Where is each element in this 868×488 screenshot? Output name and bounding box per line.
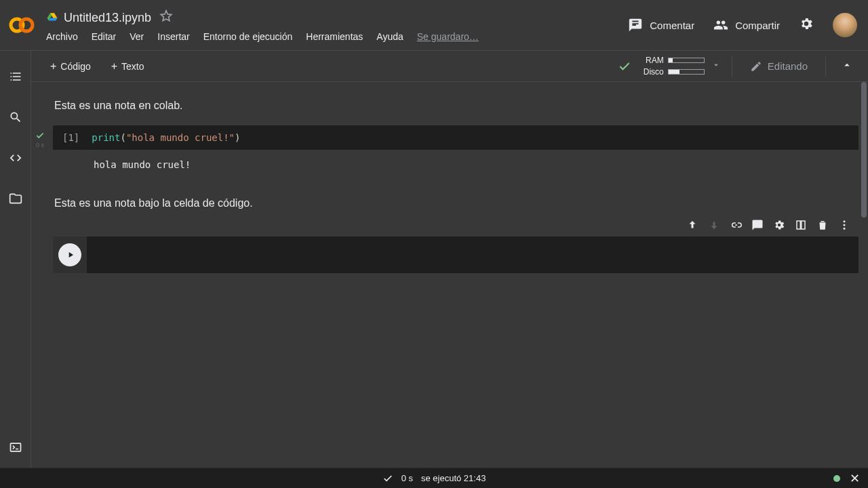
- svg-rect-2: [10, 443, 20, 451]
- active-code-editor[interactable]: [87, 237, 859, 273]
- status-bar: 0 s se ejecutó 21:43 ✕: [0, 468, 868, 488]
- title-area: Untitled13.ipynb Archivo Editar Ver Inse…: [46, 8, 628, 42]
- more-cell-button[interactable]: [838, 219, 850, 231]
- status-duration: 0 s: [401, 473, 413, 483]
- search-button[interactable]: [7, 109, 24, 125]
- resource-meters: RAM Disco: [638, 56, 705, 77]
- save-status[interactable]: Se guardaro…: [417, 31, 479, 42]
- left-sidebar: [0, 51, 31, 468]
- toc-button[interactable]: [7, 68, 24, 85]
- plus-icon: +: [111, 61, 117, 72]
- notebook-area[interactable]: Esta es una nota en colab. 0 s [1] print…: [31, 82, 868, 468]
- separator: [732, 56, 732, 77]
- add-code-button[interactable]: + Código: [45, 57, 96, 76]
- runtime-status[interactable]: RAM Disco: [618, 56, 721, 77]
- code-editor[interactable]: [1] print("hola mundo cruel!"): [53, 125, 859, 150]
- ram-label: RAM: [638, 56, 664, 65]
- scrollbar[interactable]: [861, 82, 867, 218]
- menu-runtime[interactable]: Entorno de ejecución: [203, 31, 293, 42]
- cell-toolbar: [681, 216, 856, 234]
- disk-meter: [668, 69, 705, 75]
- code-content: print("hola mundo cruel!"): [92, 132, 240, 143]
- move-down-button[interactable]: [708, 219, 720, 231]
- share-button[interactable]: Compartir: [713, 18, 780, 33]
- svg-point-5: [844, 228, 846, 230]
- mirror-cell-button[interactable]: [795, 219, 807, 231]
- svg-point-4: [844, 224, 846, 226]
- share-label: Compartir: [735, 20, 780, 31]
- menu-bar: Archivo Editar Ver Insertar Entorno de e…: [46, 27, 628, 42]
- delete-cell-button[interactable]: [816, 219, 829, 231]
- settings-button[interactable]: [799, 16, 814, 34]
- comment-button[interactable]: Comentar: [628, 18, 694, 33]
- text-cell[interactable]: Esta es una nota en colab.: [41, 82, 859, 125]
- connection-indicator: [833, 475, 840, 482]
- run-button-area: [53, 237, 87, 273]
- header-actions: Comentar Compartir: [628, 13, 857, 37]
- code-output: hola mundo cruel!: [53, 150, 859, 176]
- editing-mode-button[interactable]: Editando: [743, 60, 814, 73]
- editing-label: Editando: [768, 60, 808, 72]
- toolbar: + Código + Texto RAM Disco: [0, 51, 868, 82]
- code-cell[interactable]: 0 s [1] print("hola mundo cruel!") hola …: [41, 125, 859, 176]
- drive-icon: [46, 12, 58, 24]
- disk-label: Disco: [638, 67, 664, 77]
- snippets-button[interactable]: [7, 150, 24, 166]
- ram-meter: [668, 58, 705, 63]
- caret-down-icon[interactable]: [711, 60, 721, 73]
- menu-insert[interactable]: Insertar: [157, 31, 189, 42]
- move-up-button[interactable]: [686, 219, 698, 231]
- run-button[interactable]: [58, 243, 81, 266]
- terminal-button[interactable]: [7, 439, 24, 455]
- separator: [825, 56, 826, 77]
- add-text-button[interactable]: + Texto: [106, 57, 150, 76]
- text-cell-content: Esta es una nota bajo la celda de código…: [54, 197, 253, 209]
- user-avatar[interactable]: [833, 13, 857, 37]
- star-button[interactable]: [157, 7, 176, 28]
- output-text: hola mundo cruel!: [94, 159, 191, 170]
- execution-count: [1]: [62, 132, 79, 143]
- code-gutter: 0 s: [35, 131, 45, 148]
- files-button[interactable]: [7, 190, 24, 207]
- status-executed: se ejecutó 21:43: [421, 473, 486, 483]
- colab-logo[interactable]: [8, 12, 35, 39]
- exec-timing: 0 s: [36, 142, 44, 148]
- menu-file[interactable]: Archivo: [46, 31, 78, 42]
- collapse-button[interactable]: [837, 55, 857, 78]
- comment-label: Comentar: [650, 20, 694, 31]
- menu-view[interactable]: Ver: [130, 31, 144, 42]
- menu-tools[interactable]: Herramientas: [306, 31, 363, 42]
- add-code-label: Código: [60, 61, 90, 72]
- close-status-button[interactable]: ✕: [850, 472, 860, 485]
- svg-point-3: [844, 220, 846, 222]
- notebook-filename[interactable]: Untitled13.ipynb: [64, 11, 151, 25]
- header: Untitled13.ipynb Archivo Editar Ver Inse…: [0, 0, 868, 51]
- text-cell-content: Esta es una nota en colab.: [54, 100, 182, 111]
- menu-help[interactable]: Ayuda: [376, 31, 403, 42]
- menu-edit[interactable]: Editar: [92, 31, 117, 42]
- plus-icon: +: [50, 61, 56, 72]
- add-text-label: Texto: [121, 61, 144, 72]
- active-code-cell[interactable]: [53, 237, 859, 273]
- link-button[interactable]: [730, 219, 742, 231]
- comment-cell-button[interactable]: [751, 219, 764, 231]
- cell-settings-button[interactable]: [773, 219, 785, 231]
